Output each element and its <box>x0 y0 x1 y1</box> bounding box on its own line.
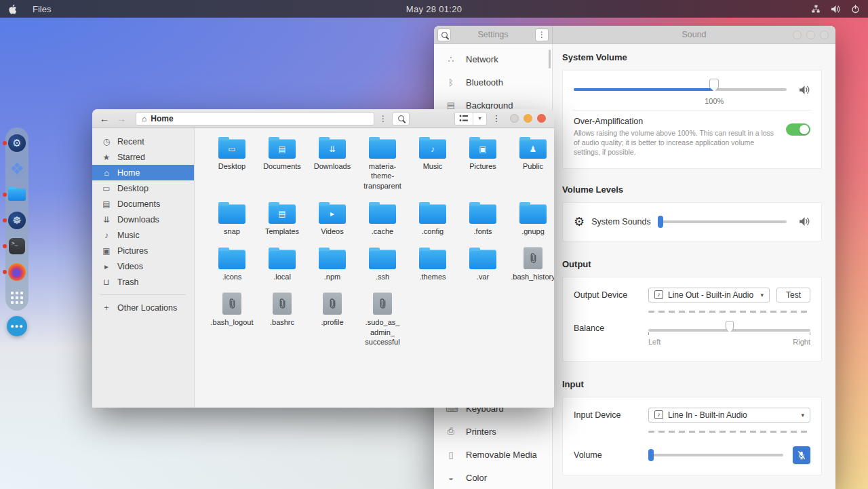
close-button[interactable] <box>820 31 829 39</box>
file-item-sudo-as-admin-successful[interactable]: .sudo_as_ admin_ successful <box>357 292 408 347</box>
sidebar-item-trash[interactable]: ⊔ Trash <box>92 274 194 290</box>
file-item-icons[interactable]: .icons <box>207 247 257 281</box>
folder-icon: ▤ <box>269 139 296 159</box>
path-menu-button[interactable]: ⋮ <box>378 114 389 123</box>
sidebar-item-downloads[interactable]: ⇊ Downloads <box>92 212 194 227</box>
files-window: ← → ⌂ Home ⋮ ▾ ⋮ <box>92 109 554 408</box>
folder-icon <box>369 250 396 269</box>
file-item-bashrc[interactable]: .bashrc <box>257 292 307 347</box>
folder-icon: ♟ <box>519 139 547 159</box>
sidebar-item-starred[interactable]: ★ Starred <box>92 149 194 165</box>
file-item-pictures[interactable]: ▣ Pictures <box>458 136 508 191</box>
input-volume-slider[interactable] <box>648 448 783 462</box>
file-item-music[interactable]: ♪ Music <box>408 136 458 191</box>
dock-item-app-grid[interactable] <box>8 288 26 307</box>
system-volume-handle[interactable] <box>709 79 719 89</box>
sidebar-item-videos[interactable]: ▸ Videos <box>92 258 194 274</box>
dock-item-helm[interactable]: ☸ <box>8 211 26 229</box>
file-item-downloads[interactable]: ⇊ Downloads <box>307 136 357 191</box>
maximize-button[interactable] <box>806 31 815 39</box>
power-status-icon[interactable] <box>851 5 860 14</box>
test-button[interactable]: Test <box>776 288 810 302</box>
focused-app-name[interactable]: Files <box>33 4 51 14</box>
view-options-button[interactable]: ▾ <box>473 113 486 125</box>
distro-logo-icon[interactable] <box>9 4 18 14</box>
file-item-bash-logout[interactable]: .bash_logout <box>207 292 257 347</box>
folder-icon: ▭ <box>218 139 245 159</box>
file-item-bash-history[interactable]: .bash_history <box>508 247 554 281</box>
file-item-var[interactable]: .var <box>458 247 508 281</box>
file-item-desktop[interactable]: ▭ Desktop <box>207 136 257 191</box>
path-bar[interactable]: ⌂ Home <box>136 112 374 125</box>
dock-more-button[interactable]: ●●● <box>7 316 27 336</box>
output-device-dropdown[interactable]: ♪ Line Out - Built-in Audio ▾ <box>648 288 770 302</box>
sidebar-item-home[interactable]: ⌂ Home <box>92 165 194 180</box>
sidebar-item-music[interactable]: ♪ Music <box>92 227 194 243</box>
input-device-dropdown[interactable]: ♪ Line In - Built-in Audio ▾ <box>648 408 810 423</box>
files-search-button[interactable] <box>392 112 410 125</box>
files-menu-button[interactable]: ⋮ <box>490 113 502 123</box>
minimize-button[interactable] <box>510 114 519 123</box>
dock-item-firefox[interactable] <box>8 262 26 281</box>
sidebar-item-other-locations[interactable]: + Other Locations <box>92 300 194 315</box>
home-icon: ⌂ <box>142 115 146 123</box>
tweaks-icon: ❖ <box>9 159 24 178</box>
system-volume-slider[interactable]: 100% <box>574 83 787 96</box>
sidebar-item-pictures[interactable]: ▣ Pictures <box>92 243 194 258</box>
file-item-fonts[interactable]: .fonts <box>458 201 508 236</box>
volume-levels-heading: Volume Levels <box>562 184 822 195</box>
file-item-materia-theme-transparent[interactable]: materia- theme- transparent <box>357 136 408 191</box>
network-status-icon[interactable] <box>811 5 821 14</box>
speaker-icon <box>799 216 810 227</box>
sidebar-item-recent[interactable]: ◷ Recent <box>92 134 194 149</box>
firefox-icon <box>8 263 26 281</box>
settings-menu-button[interactable]: ⋮ <box>535 28 549 41</box>
minimize-button[interactable] <box>793 31 802 39</box>
settings-nav-item-bluetooth[interactable]: ᛒ Bluetooth <box>434 71 551 94</box>
system-sounds-handle[interactable] <box>658 216 663 228</box>
file-item-snap[interactable]: snap <box>207 201 257 236</box>
file-item-local[interactable]: .local <box>257 247 307 281</box>
clock[interactable]: May 28 01:20 <box>406 4 462 14</box>
file-item-ssh[interactable]: .ssh <box>357 247 408 281</box>
running-indicator <box>3 141 7 145</box>
terminal-icon: >_ <box>9 238 25 254</box>
volume-status-icon[interactable] <box>831 5 841 14</box>
close-button[interactable] <box>537 114 546 123</box>
output-level-meter <box>648 311 810 313</box>
file-item-public[interactable]: ♟ Public <box>508 136 554 191</box>
settings-search-button[interactable] <box>437 28 451 41</box>
balance-handle[interactable] <box>726 321 734 330</box>
mic-mute-button[interactable] <box>793 446 810 464</box>
input-card: Input Device ♪ Line In - Built-in Audio … <box>562 397 822 475</box>
settings-nav-item-color[interactable]: ◒ Color <box>434 466 551 489</box>
balance-slider[interactable] <box>648 324 810 337</box>
file-item-config[interactable]: .config <box>408 201 458 236</box>
file-item-themes[interactable]: .themes <box>408 247 458 281</box>
file-item-videos[interactable]: ▸ Videos <box>307 201 357 236</box>
back-button[interactable]: ← <box>98 114 111 123</box>
settings-nav-item-removable-media[interactable]: ▯ Removable Media <box>434 443 551 466</box>
dock-item-tweaks[interactable]: ❖ <box>8 159 26 178</box>
file-item-npm[interactable]: .npm <box>307 247 357 281</box>
dock-item-terminal[interactable]: >_ <box>8 237 26 255</box>
list-view-button[interactable] <box>455 113 473 125</box>
current-location: Home <box>151 114 173 123</box>
forward-button[interactable]: → <box>115 114 128 123</box>
maximize-button[interactable] <box>524 114 532 123</box>
sidebar-item-documents[interactable]: ▤ Documents <box>92 196 194 212</box>
dock-item-settings[interactable]: ⚙ <box>8 134 26 152</box>
sidebar-item-desktop[interactable]: ▭ Desktop <box>92 180 194 196</box>
system-sounds-slider[interactable] <box>658 215 787 229</box>
input-volume-handle[interactable] <box>648 449 654 461</box>
file-item-profile[interactable]: .profile <box>307 292 357 347</box>
dock-item-files[interactable] <box>8 185 26 203</box>
file-item-cache[interactable]: .cache <box>357 201 408 236</box>
file-item-templates[interactable]: ▤ Templates <box>257 201 307 236</box>
over-amplification-toggle[interactable] <box>786 123 810 136</box>
file-item-documents[interactable]: ▤ Documents <box>257 136 307 191</box>
chevron-down-icon: ▾ <box>801 412 804 418</box>
file-item-gnupg[interactable]: .gnupg <box>508 201 554 236</box>
settings-nav-item-printers[interactable]: ⎙ Printers <box>434 420 551 443</box>
settings-nav-item-network[interactable]: ∴ Network <box>434 47 551 71</box>
